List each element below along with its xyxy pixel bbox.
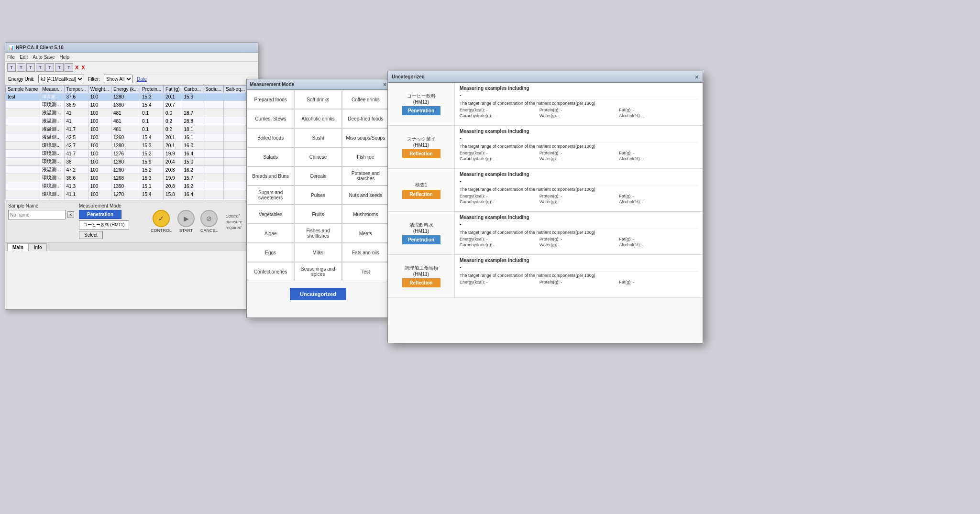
mode-close-button[interactable]: × (383, 81, 386, 88)
mode-category-item[interactable]: Chinese (294, 147, 341, 166)
entry-details: Measuring examples including-The target … (455, 83, 703, 125)
menu-file[interactable]: File (7, 55, 15, 60)
date-label[interactable]: Date (137, 77, 147, 82)
mode-category-item[interactable]: Boiled foods (247, 128, 294, 147)
table-row[interactable]: 環境測...36.6100126815.319.915.7 (6, 174, 258, 182)
entry-mode-badge: Reflection (402, 149, 440, 158)
nutrient-item: Fat(g): - (619, 237, 698, 241)
table-row[interactable]: 液温測...411004810.10.028.7 (6, 109, 258, 117)
mode-category-item[interactable]: Pulses (294, 186, 341, 205)
toolbar-btn-7[interactable]: T (65, 63, 73, 72)
toolbar: T T T T T T T X X (5, 62, 258, 73)
select-button[interactable]: Select (79, 231, 103, 239)
col-temp: Temper... (64, 86, 88, 93)
nutrient-item: Fat(g): - (619, 280, 698, 284)
toolbar-close-1[interactable]: X (74, 65, 79, 70)
nutrient-item: Alcohol(%): - (619, 156, 698, 161)
nutrient-item: Energy(kcal): - (460, 237, 539, 241)
entry-name-jp: 検査1 (415, 182, 428, 188)
mode-category-item[interactable]: Cereals (294, 166, 341, 186)
mode-category-item[interactable]: Coffee drinks (342, 90, 389, 109)
mode-category-item[interactable]: Fish roe (342, 147, 389, 166)
table-row[interactable]: 環境測...38100128015.920.415.0 (6, 158, 258, 166)
table-row[interactable]: test環境測...37.6100128015.320.115.9 (6, 93, 258, 101)
col-energy: Energy (k... (111, 86, 140, 93)
mode-category-item[interactable]: Confectioneries (247, 262, 294, 281)
toolbar-btn-6[interactable]: T (55, 63, 64, 72)
clear-button[interactable]: × (67, 211, 74, 218)
entry-left: 検査1Reflection (388, 169, 455, 211)
entry-dash: - (460, 178, 698, 184)
toolbar-btn-1[interactable]: T (7, 63, 16, 72)
uncategorized-button[interactable]: Uncategorized (290, 288, 346, 300)
mode-category-item[interactable]: Fruits (294, 205, 341, 224)
mode-category-item[interactable]: Eggs (247, 243, 294, 262)
tab-info[interactable]: Info (29, 243, 47, 251)
cancel-button[interactable]: ⊘ CANCEL (200, 210, 218, 233)
nutrient-item: Water(g): - (540, 113, 618, 118)
table-row[interactable]: 液温測...42.5100126015.420.116.1 (6, 133, 258, 142)
nutrient-item: Fat(g): - (619, 108, 698, 112)
mode-category-item[interactable]: Meats (342, 224, 389, 243)
mode-category-item[interactable]: Milks (294, 243, 341, 262)
mode-category-item[interactable]: Curries, Stews (247, 109, 294, 128)
toolbar-btn-3[interactable]: T (26, 63, 35, 72)
toolbar-btn-4[interactable]: T (36, 63, 44, 72)
mode-category-item[interactable]: Potatoes and starches (342, 166, 389, 186)
cancel-label: CANCEL (200, 228, 218, 233)
coffee-item-button[interactable]: コーヒー飲料 (HM11) (79, 220, 129, 230)
mode-category-item[interactable]: Fishes and shellfishes (294, 224, 341, 243)
penetration-button[interactable]: Penetration (79, 210, 121, 219)
toolbar-close-2[interactable]: X (80, 65, 86, 70)
start-button[interactable]: ▶ START (177, 210, 195, 233)
mode-category-item[interactable]: Vegetables (247, 205, 294, 224)
mode-category-item[interactable]: Fats and oils (342, 243, 389, 262)
menu-autosave[interactable]: Auto Save (33, 55, 55, 60)
mode-category-item[interactable]: Algae (247, 224, 294, 243)
menu-edit[interactable]: Edit (20, 55, 28, 60)
toolbar-btn-5[interactable]: T (45, 63, 54, 72)
table-row[interactable]: 液温測...47.2100126015.220.316.2 (6, 166, 258, 174)
menu-help[interactable]: Help (60, 55, 70, 60)
right-close-button[interactable]: × (695, 73, 699, 81)
mode-category-item[interactable]: Prepared foods (247, 90, 294, 109)
mode-title-bar: Measurement Mode × (247, 79, 389, 90)
tab-bar: Main Info (5, 242, 258, 251)
mode-category-item[interactable]: Deep-fried foods (342, 109, 389, 128)
mode-category-item[interactable]: Alcoholic drinks (294, 109, 341, 128)
filter-select[interactable]: Show All (104, 75, 133, 83)
table-row[interactable]: 環境測...41.1100127015.415.816.4 (6, 190, 258, 198)
control-label: CONTROL (151, 228, 172, 233)
nutrients-grid: Energy(kcal): -Protein(g): -Fat(g): -Car… (460, 151, 698, 161)
col-meas: Measur... (40, 86, 64, 93)
mode-category-item[interactable]: Mushrooms (342, 205, 389, 224)
mode-category-item[interactable]: Seasonings and spices (294, 262, 341, 281)
table-row[interactable]: 環境測...41.3100135015.120.816.2 (6, 182, 258, 190)
right-panel: Uncategorized × コーヒー飲料 (HM11)Penetration… (387, 71, 703, 343)
mode-category-item[interactable]: Salads (247, 147, 294, 166)
table-row[interactable]: 環境測...38.9100138015.420.7 (6, 101, 258, 109)
mode-category-item[interactable]: Breads and Buns (247, 166, 294, 186)
sample-name-input[interactable] (8, 210, 66, 219)
entry-details: Measuring examples including-The target … (455, 126, 703, 168)
filter-bar: Energy Unit: kJ [4.1Mcal/kcal] Filter: S… (5, 73, 258, 85)
control-button[interactable]: ✓ CONTROL (151, 210, 172, 233)
table-row[interactable]: 環境測...41.7100127615.219.916.4 (6, 150, 258, 158)
mode-category-item[interactable]: Nuts and seeds (342, 186, 389, 205)
entry-name-jp: スナック菓子 (HM11) (407, 136, 436, 148)
table-row[interactable]: 液温測...41.71004810.10.218.1 (6, 125, 258, 133)
mode-category-item[interactable]: Soft drinks (294, 90, 341, 109)
energy-unit-select[interactable]: kJ [4.1Mcal/kcal] (38, 75, 84, 83)
mode-category-item[interactable]: Test (342, 262, 389, 281)
tab-main[interactable]: Main (7, 243, 29, 251)
entry-row: 調理加工食品類 (HM11)ReflectionMeasuring exampl… (388, 255, 703, 298)
table-row[interactable]: 液温測...411004810.10.228.8 (6, 117, 258, 125)
entry-mode-badge: Reflection (402, 190, 440, 199)
nutrient-item: Protein(g): - (540, 151, 618, 155)
mode-category-item[interactable]: Sushi (294, 128, 341, 147)
table-row[interactable]: 環境測...42.7100128015.320.116.0 (6, 142, 258, 150)
control-required-text: Control measure required (226, 214, 242, 230)
mode-category-item[interactable]: Sugars and sweeteners (247, 186, 294, 205)
mode-category-item[interactable]: Miso soups/Soups (342, 128, 389, 147)
toolbar-btn-2[interactable]: T (17, 63, 25, 72)
